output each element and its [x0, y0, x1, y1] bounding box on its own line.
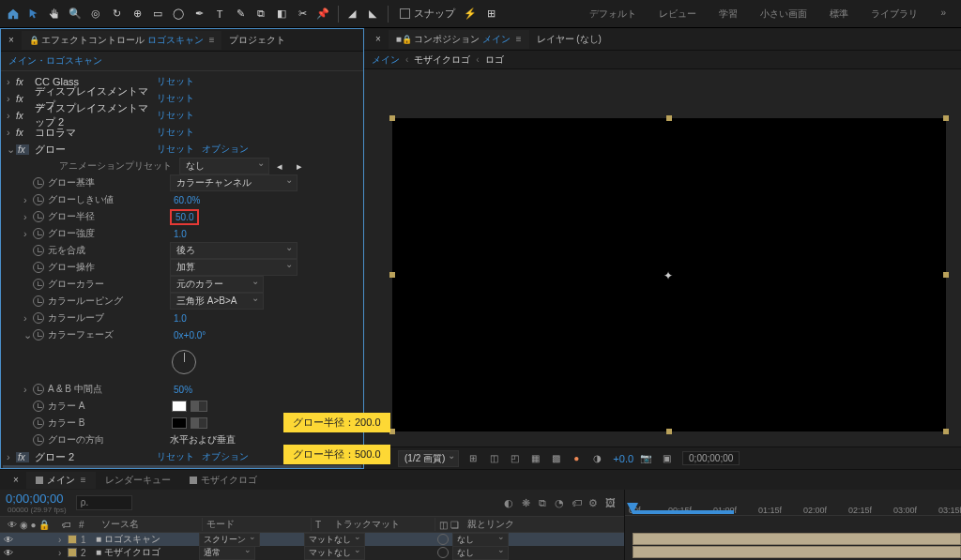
workspace-tab[interactable]: 標準 — [818, 4, 860, 24]
motionblur-icon[interactable]: ◔ — [551, 494, 568, 511]
reset-link[interactable]: リセット — [157, 143, 194, 156]
comp-viewer[interactable] — [364, 69, 961, 446]
mode-dropdown[interactable]: 通常 — [199, 546, 255, 560]
snap-toggle[interactable]: スナップ — [400, 7, 455, 21]
effect-name[interactable]: コロラマ — [35, 126, 157, 140]
panel-menu-icon[interactable]: ≡ — [209, 35, 215, 45]
text-tool-icon[interactable]: T — [210, 5, 229, 23]
stopwatch-icon[interactable] — [33, 401, 44, 412]
layer-color-swatch[interactable] — [68, 535, 77, 544]
prop-dropdown[interactable]: カラーチャンネル — [170, 174, 297, 191]
reset-link[interactable]: リセット — [157, 75, 194, 88]
project-tab[interactable]: プロジェクト — [221, 31, 293, 50]
fx-badge-icon[interactable]: fx — [16, 452, 29, 462]
pickwhip-icon[interactable] — [437, 547, 449, 558]
work-area-bar[interactable] — [633, 510, 734, 514]
pen-tool-icon[interactable]: ✒ — [190, 5, 208, 23]
bbox-handle[interactable] — [943, 272, 949, 278]
timeline-layer-row[interactable]: 👁›1■ ロゴスキャンスクリーンマットなしなし — [0, 533, 624, 546]
timeline-tab[interactable]: モザイクロゴ — [180, 472, 267, 489]
reset-link[interactable]: リセット — [157, 467, 194, 468]
render-icon[interactable]: 🖼 — [602, 494, 618, 511]
brainstorm-icon[interactable]: ⚙ — [585, 494, 602, 511]
workspace-tab[interactable]: 小さい画面 — [749, 4, 818, 24]
hand-tool-icon[interactable] — [45, 5, 64, 23]
expand-icon[interactable]: › — [58, 535, 68, 545]
workspace-tab[interactable]: デフォルト — [578, 4, 648, 24]
stroke-swatch-icon[interactable]: ◣ — [363, 5, 382, 23]
effect-name[interactable]: グロー 2 — [35, 450, 157, 464]
layer-bar[interactable] — [633, 533, 961, 545]
fill-swatch-icon[interactable]: ◢ — [343, 5, 361, 23]
workspace-tab[interactable]: 学習 — [708, 4, 749, 24]
expand-icon[interactable]: › — [7, 451, 16, 462]
stopwatch-icon[interactable] — [33, 417, 44, 429]
stopwatch-icon[interactable] — [33, 279, 44, 290]
panel-close-icon[interactable]: × — [368, 31, 389, 47]
eyedropper-icon[interactable] — [191, 401, 207, 412]
options-link[interactable]: オブション — [202, 467, 249, 468]
trackmatte-dropdown[interactable]: マットなし — [304, 546, 365, 560]
fx-badge-icon[interactable]: fx — [16, 128, 29, 138]
bbox-handle[interactable] — [389, 115, 395, 121]
bbox-handle[interactable] — [666, 115, 672, 121]
bbox-handle[interactable] — [666, 429, 672, 434]
current-timecode[interactable]: 0;00;00;00 — [6, 492, 67, 506]
layer-name[interactable]: ■ ロゴスキャン — [94, 533, 199, 546]
home-icon[interactable] — [4, 5, 23, 23]
panel-close-icon[interactable]: × — [1, 32, 22, 48]
timeline-right[interactable]: 00f00:15f01:00f01:15f02:00f02:15f03:00f0… — [625, 490, 961, 560]
bbox-handle[interactable] — [389, 429, 395, 434]
trackmatte-col[interactable]: トラックマット — [330, 518, 435, 531]
layer-name[interactable]: ■ モザイクロゴ — [94, 546, 199, 559]
reset-link[interactable]: リセット — [157, 450, 194, 463]
prop-dropdown[interactable]: 三角形 A>B>A — [170, 293, 264, 310]
expand-icon[interactable]: › — [7, 127, 16, 138]
graph-icon[interactable]: 🏷 — [568, 494, 585, 511]
layer-tab[interactable]: レイヤー (なし) — [529, 30, 609, 49]
orbit-tool-icon[interactable]: ◎ — [86, 5, 105, 23]
expand-icon[interactable]: › — [23, 384, 33, 395]
options-link[interactable]: オブション — [202, 143, 249, 156]
options-link[interactable]: オブション — [202, 450, 249, 463]
draft3d-icon[interactable]: ❋ — [517, 494, 534, 511]
panel-menu-icon[interactable]: ≡ — [81, 475, 86, 485]
prop-value[interactable]: 1.0 — [170, 312, 196, 325]
anchor-tool-icon[interactable]: ⊕ — [128, 5, 146, 23]
zoom-dropdown[interactable]: (1/2 画質) — [398, 450, 459, 467]
channel-icon[interactable]: ● — [568, 450, 585, 467]
stopwatch-icon[interactable] — [33, 312, 44, 324]
breadcrumb-item[interactable]: メイン — [372, 53, 400, 67]
roto-tool-icon[interactable]: ✂ — [293, 5, 312, 23]
expand-icon[interactable]: › — [58, 548, 68, 558]
fx-badge-icon[interactable]: fx — [16, 144, 29, 155]
fx-badge-icon[interactable]: fx — [16, 94, 29, 104]
bbox-handle[interactable] — [389, 272, 395, 278]
workspace-more-icon[interactable]: » — [929, 4, 957, 24]
time-ruler[interactable]: 00f00:15f01:00f01:15f02:00f02:15f03:00f0… — [625, 490, 961, 516]
comp-tab[interactable]: ■ コンポジション メイン ≡ — [389, 30, 529, 49]
workspace-tab[interactable]: ライブラリ — [860, 4, 929, 24]
collapse-icon[interactable]: ⌄ — [23, 329, 33, 341]
prop-value[interactable]: 0x+0.0° — [170, 329, 209, 341]
snap-magnet-icon[interactable]: ⚡ — [461, 5, 480, 23]
timeline-tab[interactable]: メイン≡ — [26, 472, 96, 489]
layer-color-swatch[interactable] — [68, 548, 77, 557]
stopwatch-icon[interactable] — [33, 194, 44, 205]
panel-close-icon[interactable]: × — [6, 472, 26, 488]
bbox-handle[interactable] — [943, 115, 949, 121]
prop-value[interactable]: 50 — [170, 384, 196, 396]
stamp-tool-icon[interactable]: ⧉ — [252, 5, 270, 23]
eraser-tool-icon[interactable]: ◧ — [272, 5, 291, 23]
mask-icon[interactable]: ◰ — [506, 450, 523, 467]
snapshot-icon[interactable]: 📷 — [637, 450, 654, 467]
prop-dropdown[interactable]: 後ろ — [170, 242, 297, 259]
snap-checkbox-icon[interactable] — [400, 8, 410, 19]
prop-dropdown[interactable]: 加算 — [170, 259, 297, 276]
phase-dial[interactable] — [172, 350, 196, 374]
guides-icon[interactable]: ◫ — [485, 450, 502, 467]
color-swatch-icon[interactable] — [172, 401, 187, 412]
layer-bar[interactable] — [633, 546, 961, 558]
stopwatch-icon[interactable] — [33, 329, 44, 341]
prop-value[interactable]: 60.0 — [170, 194, 204, 206]
